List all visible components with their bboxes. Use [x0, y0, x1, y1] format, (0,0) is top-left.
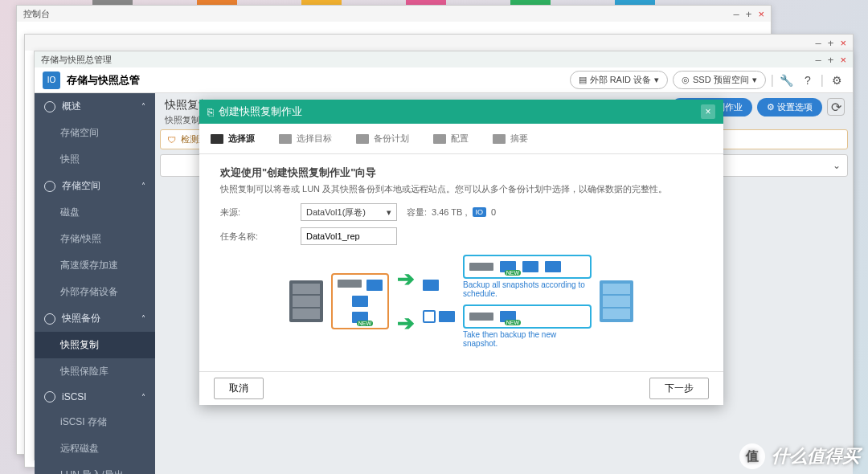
- step-summary[interactable]: 摘要: [493, 133, 528, 145]
- sidebar-item-snapshot-vault[interactable]: 快照保险库: [35, 358, 155, 385]
- next-button[interactable]: 下一步: [649, 378, 709, 399]
- option-take-then-backup[interactable]: [463, 304, 592, 329]
- wizard-description: 快照复制可以将卷或 LUN 及其快照备份到本地或远程站点。您可以从多个备份计划中…: [220, 183, 702, 195]
- wrench-icon[interactable]: 🔧: [779, 72, 795, 88]
- sidebar-snapshot-backup[interactable]: 快照备份˄: [35, 305, 155, 332]
- gear-icon[interactable]: ⚙: [829, 72, 845, 88]
- raid-icon: ▤: [579, 75, 587, 85]
- sliders-icon: [433, 134, 446, 144]
- sidebar-item-lun-import-export[interactable]: LUN 导入/导出: [35, 462, 155, 474]
- maximize-icon[interactable]: +: [828, 54, 834, 66]
- step-backup-plan[interactable]: 备份计划: [356, 133, 409, 145]
- wizard-steps: 选择源 选择目标 备份计划 配置 摘要: [199, 124, 723, 154]
- snapshot-icon: [545, 261, 561, 272]
- snapshot-icon: [352, 296, 368, 307]
- volume-icon: [469, 313, 493, 321]
- storage-icon: [44, 181, 55, 192]
- sidebar-item-disks[interactable]: 磁盘: [35, 199, 155, 226]
- task-name-input[interactable]: [301, 227, 397, 245]
- target-nas-icon: [600, 280, 633, 322]
- close-icon[interactable]: ×: [840, 37, 846, 49]
- sidebar-storage[interactable]: 存储空间˄: [35, 173, 155, 199]
- chevron-up-icon: ˄: [141, 393, 145, 402]
- iscsi-icon: [44, 391, 55, 402]
- option1-caption: Backup all snapshots according to schedu…: [463, 280, 592, 298]
- settings-options-button[interactable]: ⚙ 设置选项: [757, 98, 822, 116]
- camera-icon: [44, 313, 55, 325]
- watermark-badge: 值: [739, 443, 765, 469]
- sidebar-item-remote-disk[interactable]: 远程磁盘: [35, 435, 155, 462]
- window-controls: – + ×: [816, 37, 846, 49]
- wizard-heading: 欢迎使用"创建快照复制作业"向导: [220, 165, 702, 180]
- minimize-icon[interactable]: –: [734, 8, 739, 20]
- source-nas-icon: [289, 280, 323, 322]
- refresh-icon[interactable]: ⟳: [827, 98, 845, 116]
- disk-icon: [211, 134, 223, 144]
- arrow-icon: ➔: [397, 267, 415, 292]
- window-controls: – + ×: [816, 54, 846, 66]
- schedule-icon: [423, 310, 436, 323]
- window-controls: – + ×: [734, 8, 764, 20]
- option-backup-all[interactable]: [463, 255, 592, 279]
- step-configure[interactable]: 配置: [433, 133, 469, 145]
- sidebar-item-snapshot-replica[interactable]: 快照复制: [35, 332, 155, 358]
- arrow-icon: ➔: [397, 311, 415, 336]
- sidebar-item-iscsi-storage[interactable]: iSCSI 存储: [35, 409, 155, 435]
- help-icon[interactable]: ?: [800, 72, 816, 88]
- task-name-label: 任务名称:: [220, 231, 301, 243]
- external-raid-button[interactable]: ▤ 外部 RAID 设备▾: [570, 71, 668, 89]
- storage-subtitle: 存储与快照总管理: [41, 54, 112, 66]
- storage-toolbar: IO 存储与快照总管 ▤ 外部 RAID 设备▾ ◎ SSD 预留空间▾ | 🔧…: [35, 67, 853, 93]
- minimize-icon[interactable]: –: [816, 37, 821, 49]
- maximize-icon[interactable]: +: [828, 37, 834, 49]
- source-select[interactable]: DataVol1(厚卷)▾: [301, 203, 397, 221]
- chevron-up-icon: ˄: [141, 314, 145, 323]
- ssd-icon: ◎: [682, 75, 690, 85]
- sidebar-item-cache-accel[interactable]: 高速缓存加速: [35, 252, 155, 279]
- chevron-down-icon: ⌄: [833, 160, 841, 171]
- sidebar-item-storage-space[interactable]: 存储空间: [35, 120, 155, 146]
- clock-icon: [44, 101, 55, 112]
- maximize-icon[interactable]: +: [746, 8, 752, 20]
- sidebar-item-external-storage[interactable]: 外部存储设备: [35, 279, 155, 305]
- sidebar-item-snapshot[interactable]: 快照: [35, 146, 155, 173]
- step-select-source[interactable]: 选择源: [211, 133, 255, 145]
- flow-diagram: ➔ ➔ Backup all snapshot: [220, 255, 702, 348]
- chevron-up-icon: ˄: [141, 102, 145, 111]
- app-title: 存储与快照总管: [67, 73, 140, 88]
- sidebar: 概述˄ 存储空间 快照 存储空间˄ 磁盘 存储/快照 高速缓存加速 外部存储设备…: [35, 93, 155, 474]
- source-snapshots-box: [331, 273, 389, 329]
- snapshot-icon: [522, 261, 538, 272]
- close-icon[interactable]: ×: [758, 8, 764, 20]
- calendar-icon: [356, 134, 369, 144]
- snapshot-plus-icon: [423, 280, 439, 291]
- step-select-target[interactable]: 选择目标: [279, 133, 332, 145]
- chevron-down-icon: ▾: [387, 207, 391, 218]
- sidebar-item-storage-snapshot[interactable]: 存储/快照: [35, 226, 155, 252]
- target-icon: [279, 134, 292, 144]
- watermark: 值 什么值得买: [739, 443, 860, 469]
- app-icon: IO: [43, 72, 60, 89]
- minimize-icon[interactable]: –: [816, 54, 821, 66]
- ssd-reserve-button[interactable]: ◎ SSD 预留空间▾: [673, 71, 766, 89]
- source-meta: 容量: 3.46 TB , IO 0: [407, 206, 496, 219]
- snapshot-plus-icon: [439, 311, 455, 322]
- summary-icon: [493, 134, 506, 144]
- close-icon[interactable]: ×: [840, 54, 846, 66]
- chevron-down-icon: ▾: [654, 75, 659, 85]
- modal-icon: ⎘: [207, 106, 214, 118]
- snapshot-icon: IO: [473, 207, 487, 217]
- source-label: 来源:: [220, 206, 301, 219]
- sidebar-iscsi[interactable]: iSCSI˄: [35, 385, 155, 409]
- volume-icon: [469, 263, 493, 271]
- option2-caption: Take then backup the new snapshot.: [463, 330, 592, 348]
- cancel-button[interactable]: 取消: [214, 378, 264, 399]
- modal-title: 创建快照复制作业: [219, 104, 302, 119]
- chevron-up-icon: ˄: [141, 182, 145, 190]
- snapshot-new-icon: [500, 311, 516, 322]
- modal-close-button[interactable]: ×: [701, 104, 715, 119]
- volume-icon: [338, 280, 362, 288]
- sidebar-overview[interactable]: 概述˄: [35, 93, 155, 120]
- chevron-down-icon: ▾: [752, 75, 757, 85]
- console-title: 控制台: [23, 8, 50, 20]
